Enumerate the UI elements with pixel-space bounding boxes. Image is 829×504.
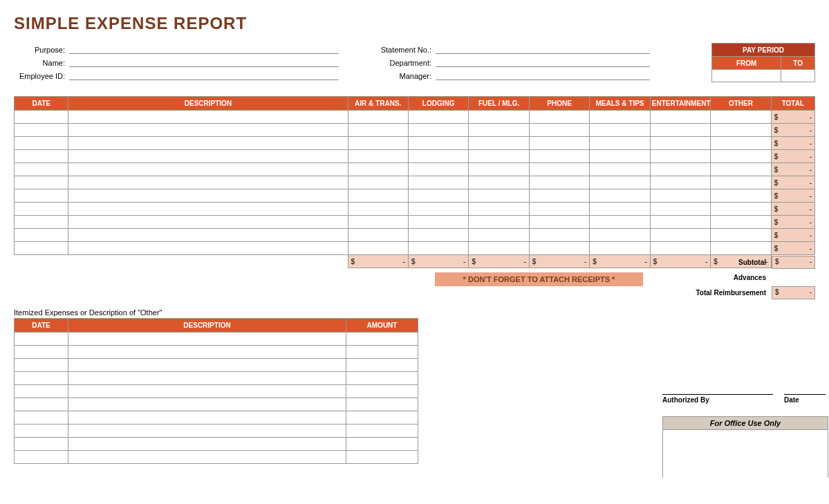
expense-cell[interactable] (590, 189, 650, 203)
expense-cell[interactable] (68, 111, 348, 124)
expense-cell[interactable] (68, 176, 348, 189)
itemized-cell[interactable] (346, 346, 418, 359)
expense-cell[interactable] (15, 124, 68, 137)
office-use-body[interactable] (663, 430, 828, 478)
expense-cell[interactable] (590, 124, 650, 137)
expense-cell[interactable] (529, 150, 589, 163)
expense-cell[interactable] (711, 189, 771, 203)
expense-cell[interactable] (348, 176, 408, 189)
field-department-input[interactable] (436, 56, 650, 67)
expense-cell[interactable] (68, 137, 348, 150)
itemized-cell[interactable] (15, 372, 68, 385)
itemized-cell[interactable] (68, 385, 346, 398)
expense-cell[interactable] (15, 111, 68, 124)
expense-cell[interactable] (711, 203, 771, 216)
expense-cell[interactable] (650, 111, 710, 124)
expense-cell[interactable] (650, 242, 710, 255)
itemized-cell[interactable] (15, 333, 68, 346)
advances-value[interactable] (772, 271, 815, 284)
expense-cell[interactable] (711, 124, 771, 137)
expense-cell[interactable] (529, 176, 589, 189)
expense-cell[interactable] (348, 124, 408, 137)
expense-cell[interactable] (650, 189, 710, 203)
expense-cell[interactable] (408, 137, 468, 150)
field-employee-id-input[interactable] (69, 69, 339, 80)
itemized-cell[interactable] (15, 385, 68, 398)
expense-cell[interactable] (469, 111, 529, 124)
expense-cell[interactable] (15, 216, 68, 229)
expense-cell[interactable] (348, 137, 408, 150)
expense-cell[interactable] (711, 229, 771, 242)
expense-cell[interactable] (15, 229, 68, 242)
expense-cell[interactable] (529, 124, 589, 137)
expense-cell[interactable] (348, 242, 408, 255)
expense-cell[interactable] (68, 216, 348, 229)
expense-cell[interactable] (15, 176, 68, 189)
expense-cell[interactable] (529, 137, 589, 150)
expense-cell[interactable] (469, 242, 529, 255)
expense-cell[interactable] (348, 229, 408, 242)
expense-cell[interactable] (529, 189, 589, 203)
expense-cell[interactable] (408, 163, 468, 176)
expense-cell[interactable] (469, 137, 529, 150)
expense-cell[interactable] (408, 150, 468, 163)
itemized-cell[interactable] (68, 411, 346, 424)
expense-cell[interactable] (650, 203, 710, 216)
expense-cell[interactable] (650, 137, 710, 150)
expense-cell[interactable] (348, 189, 408, 203)
itemized-cell[interactable] (15, 398, 68, 411)
expense-cell[interactable] (469, 189, 529, 203)
itemized-cell[interactable] (15, 451, 68, 464)
expense-cell[interactable] (590, 163, 650, 176)
itemized-cell[interactable] (346, 424, 418, 438)
expense-cell[interactable] (348, 111, 408, 124)
expense-cell[interactable] (590, 137, 650, 150)
expense-cell[interactable] (711, 111, 771, 124)
expense-cell[interactable] (15, 189, 68, 203)
expense-cell[interactable] (529, 163, 589, 176)
itemized-cell[interactable] (346, 451, 418, 464)
itemized-cell[interactable] (68, 451, 346, 464)
expense-cell[interactable] (650, 229, 710, 242)
expense-cell[interactable] (408, 242, 468, 255)
field-purpose-input[interactable] (69, 43, 339, 54)
expense-cell[interactable] (348, 163, 408, 176)
expense-cell[interactable] (650, 163, 710, 176)
expense-cell[interactable] (68, 163, 348, 176)
field-name-input[interactable] (69, 56, 339, 67)
expense-cell[interactable] (408, 216, 468, 229)
expense-cell[interactable] (711, 137, 771, 150)
expense-cell[interactable] (348, 150, 408, 163)
itemized-cell[interactable] (346, 438, 418, 451)
itemized-cell[interactable] (15, 438, 68, 451)
field-statement-no-input[interactable] (436, 43, 650, 54)
expense-cell[interactable] (15, 203, 68, 216)
expense-cell[interactable] (408, 111, 468, 124)
itemized-cell[interactable] (346, 385, 418, 398)
itemized-cell[interactable] (68, 438, 346, 451)
expense-cell[interactable] (348, 216, 408, 229)
expense-cell[interactable] (408, 176, 468, 189)
expense-cell[interactable] (469, 229, 529, 242)
expense-cell[interactable] (711, 163, 771, 176)
expense-cell[interactable] (68, 124, 348, 137)
expense-cell[interactable] (68, 242, 348, 255)
itemized-cell[interactable] (68, 333, 346, 346)
expense-cell[interactable] (650, 216, 710, 229)
expense-cell[interactable] (469, 150, 529, 163)
expense-cell[interactable] (590, 229, 650, 242)
itemized-cell[interactable] (68, 424, 346, 438)
expense-cell[interactable] (348, 203, 408, 216)
expense-cell[interactable] (15, 242, 68, 255)
itemized-cell[interactable] (346, 333, 418, 346)
expense-cell[interactable] (650, 176, 710, 189)
itemized-cell[interactable] (15, 424, 68, 438)
field-manager-input[interactable] (436, 69, 650, 80)
expense-cell[interactable] (711, 242, 771, 255)
expense-cell[interactable] (469, 124, 529, 137)
expense-cell[interactable] (15, 163, 68, 176)
itemized-cell[interactable] (346, 398, 418, 411)
expense-cell[interactable] (711, 216, 771, 229)
expense-cell[interactable] (711, 150, 771, 163)
expense-cell[interactable] (650, 150, 710, 163)
